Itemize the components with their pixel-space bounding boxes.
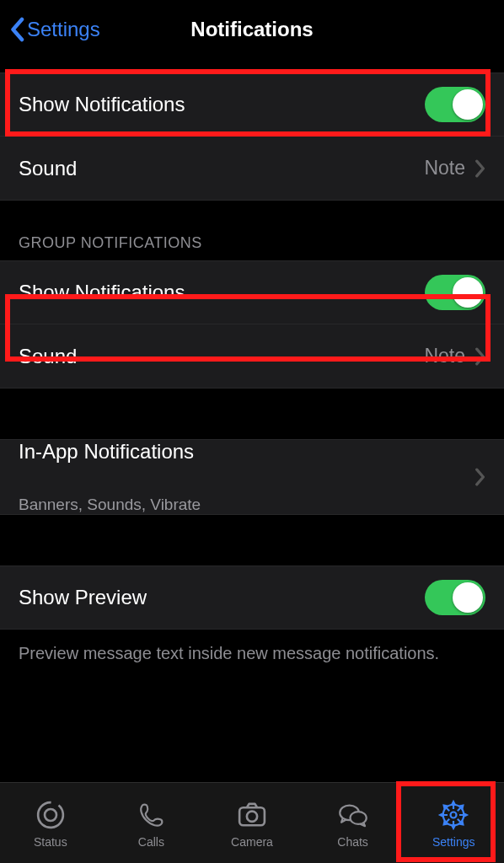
navbar: Settings Notifications [0, 0, 504, 59]
tab-label: Settings [432, 835, 475, 849]
group-show-notifications-label: Show Notifications [19, 281, 425, 304]
tab-settings[interactable]: Settings [403, 783, 504, 863]
message-sound-row[interactable]: Sound Note [0, 137, 504, 201]
svg-point-0 [33, 797, 68, 833]
group-section-header: GROUP NOTIFICATIONS [0, 201, 504, 260]
group-show-notifications-toggle[interactable] [425, 275, 485, 310]
chevron-right-icon [474, 468, 485, 486]
tab-label: Chats [337, 835, 368, 849]
divider [0, 389, 504, 439]
tab-label: Status [34, 835, 67, 849]
chevron-left-icon [8, 17, 25, 42]
toggle-knob [453, 277, 483, 308]
show-preview-toggle[interactable] [425, 580, 485, 615]
svg-point-1 [45, 809, 56, 821]
tab-calls[interactable]: Calls [101, 783, 202, 863]
status-icon [33, 797, 68, 833]
show-notifications-label: Show Notifications [19, 93, 425, 116]
phone-icon [133, 797, 169, 833]
divider [0, 59, 504, 67]
chevron-right-icon [474, 347, 485, 366]
sound-value: Note [424, 157, 465, 180]
tab-bar: Status Calls Camera Chats Settings [0, 782, 504, 863]
chats-icon [335, 797, 371, 833]
chevron-right-icon [474, 159, 485, 178]
group-sound-value: Note [424, 345, 465, 367]
show-preview-row[interactable]: Show Preview [0, 566, 504, 630]
tab-label: Camera [231, 835, 273, 849]
tab-label: Calls [138, 835, 164, 849]
camera-icon [234, 797, 270, 833]
toggle-knob [453, 582, 483, 613]
sound-label: Sound [19, 157, 424, 180]
page-title: Notifications [190, 18, 313, 41]
toggle-knob [453, 89, 483, 120]
show-notifications-toggle[interactable] [425, 87, 485, 122]
svg-point-3 [247, 812, 257, 822]
back-button[interactable]: Settings [8, 17, 100, 42]
divider [0, 515, 504, 566]
tab-camera[interactable]: Camera [201, 783, 303, 863]
show-preview-label: Show Preview [19, 586, 425, 609]
tab-chats[interactable]: Chats [303, 783, 404, 863]
group-sound-row[interactable]: Sound Note [0, 324, 504, 389]
back-label: Settings [27, 18, 100, 41]
tab-status[interactable]: Status [0, 783, 101, 863]
inapp-notifications-row[interactable]: In-App Notifications Banners, Sounds, Vi… [0, 439, 504, 515]
group-sound-label: Sound [19, 345, 424, 368]
svg-point-7 [451, 812, 457, 818]
group-show-notifications-row[interactable]: Show Notifications [0, 260, 504, 324]
show-notifications-row[interactable]: Show Notifications [0, 72, 504, 137]
inapp-label: In-App Notifications [19, 440, 194, 492]
gear-icon [436, 797, 471, 833]
inapp-sub: Banners, Sounds, Vibrate [19, 496, 201, 514]
preview-footer-text: Preview message text inside new message … [0, 630, 504, 682]
